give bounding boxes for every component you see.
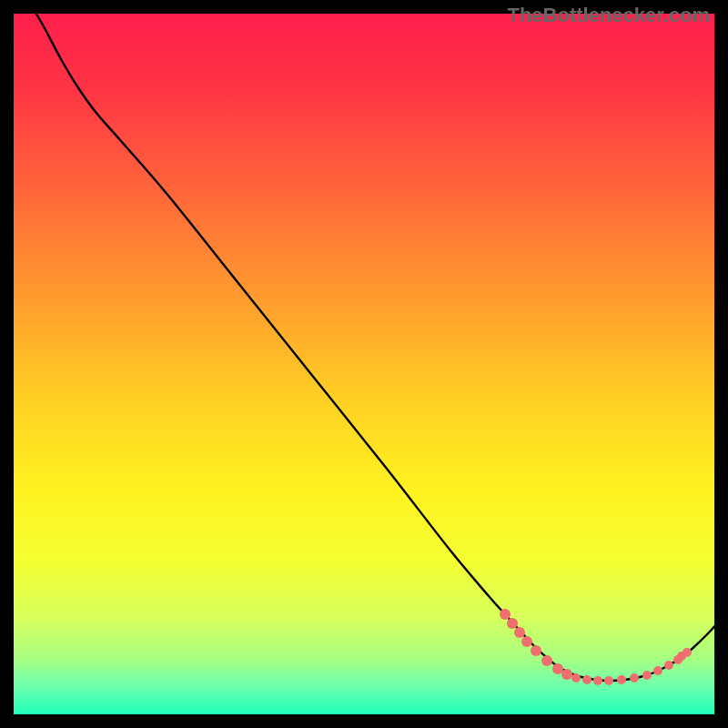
highlight-dot [582,675,592,684]
highlight-dot [677,652,686,661]
highlight-dot [541,655,552,666]
chart-svg [14,14,714,714]
highlight-dot [630,673,639,682]
highlight-dot [514,627,525,638]
highlight-dot [521,636,532,647]
highlight-dot [500,609,511,620]
highlight-dot [617,675,626,684]
highlight-dot [604,676,613,685]
highlight-dot [507,618,518,629]
highlight-dot [642,671,652,680]
watermark-text: TheBottlenecker.com [507,4,710,27]
highlight-dot [593,676,602,685]
highlight-dot [531,645,541,656]
highlight-dot [552,663,563,674]
gradient-background [14,14,714,714]
highlight-dot [571,673,581,682]
chart-frame: TheBottlenecker.com [0,0,728,728]
highlight-dot [653,666,662,675]
highlight-dot [664,661,673,670]
highlight-dot [561,669,572,680]
plot-area [14,14,714,714]
